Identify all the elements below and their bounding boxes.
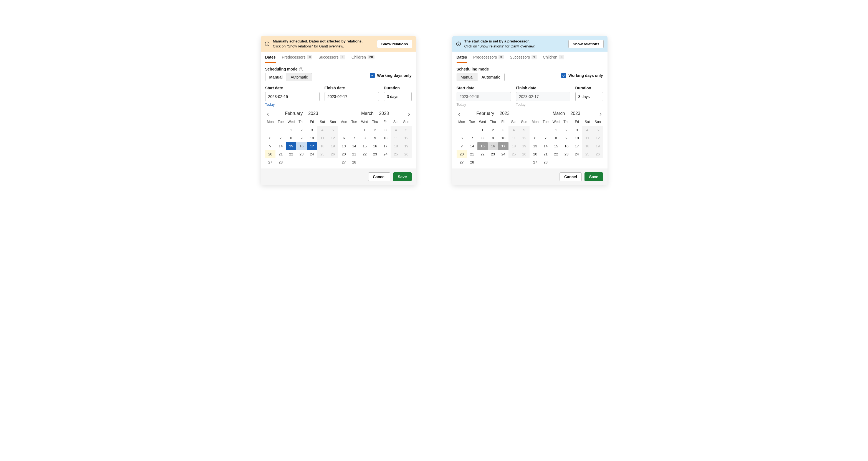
calendar-cell[interactable]: 20 xyxy=(339,150,349,158)
calendar-cell[interactable]: 12 xyxy=(401,134,412,142)
calendar-cell[interactable]: 22 xyxy=(360,150,370,158)
calendar-cell[interactable]: 15 xyxy=(477,142,488,150)
calendar-cell[interactable]: 26 xyxy=(592,150,603,158)
calendar-cell[interactable]: 2 xyxy=(296,126,307,134)
calendar-cell[interactable]: 12 xyxy=(519,134,530,142)
calendar-cell[interactable]: 15 xyxy=(551,142,561,150)
calendar-cell[interactable]: 19 xyxy=(592,142,603,150)
calendar-cell[interactable]: 16 xyxy=(561,142,572,150)
calendar-cell[interactable]: 8 xyxy=(477,134,488,142)
calendar-cell[interactable]: 26 xyxy=(401,150,412,158)
calendar-cell[interactable]: 8 xyxy=(360,134,370,142)
calendar-cell[interactable]: 21 xyxy=(540,150,551,158)
start-date-input[interactable] xyxy=(265,92,319,101)
calendar-cell[interactable]: 14 xyxy=(540,142,551,150)
calendar-cell[interactable]: 4 xyxy=(582,126,592,134)
calendar-cell[interactable]: 25 xyxy=(582,150,592,158)
calendar-cell[interactable]: 11 xyxy=(391,134,401,142)
mode-automatic-button[interactable]: Automatic xyxy=(477,73,504,81)
calendar-cell[interactable]: 23 xyxy=(370,150,380,158)
calendar-cell[interactable]: 25 xyxy=(317,150,328,158)
show-relations-button[interactable]: Show relations xyxy=(568,40,603,48)
calendar-cell[interactable]: 5 xyxy=(328,126,338,134)
calendar-cell[interactable]: 19 xyxy=(328,142,338,150)
today-link[interactable]: Today xyxy=(265,103,275,107)
calendar-cell[interactable]: 1 xyxy=(360,126,370,134)
calendar-cell[interactable]: 18 xyxy=(508,142,519,150)
calendar-cell[interactable]: 4 xyxy=(317,126,328,134)
calendar-cell[interactable]: 20 xyxy=(457,150,467,158)
calendar-cell[interactable]: 6 xyxy=(530,134,541,142)
calendar-cell[interactable]: 24 xyxy=(307,150,317,158)
calendar-cell[interactable]: 28 xyxy=(467,158,477,166)
calendar-cell[interactable]: 16 xyxy=(370,142,380,150)
calendar-cell[interactable]: 5 xyxy=(592,126,603,134)
calendar-cell[interactable]: 14 xyxy=(349,142,360,150)
prev-month-button[interactable] xyxy=(265,111,271,118)
calendar-cell[interactable]: 18 xyxy=(391,142,401,150)
mode-manual-button[interactable]: Manual xyxy=(266,73,286,81)
calendar-cell[interactable]: 24 xyxy=(572,150,582,158)
calendar-cell[interactable]: 11 xyxy=(317,134,328,142)
calendar-cell[interactable]: 12 xyxy=(592,134,603,142)
calendar-cell[interactable]: 8 xyxy=(551,134,561,142)
calendar-cell[interactable]: 25 xyxy=(391,150,401,158)
calendar-cell[interactable]: 2 xyxy=(370,126,380,134)
calendar-cell[interactable]: 16 xyxy=(296,142,307,150)
mode-automatic-button[interactable]: Automatic xyxy=(286,73,312,81)
cancel-button[interactable]: Cancel xyxy=(368,172,390,181)
calendar-cell[interactable]: 9 xyxy=(296,134,307,142)
help-icon[interactable]: ? xyxy=(299,67,303,71)
calendar-cell[interactable]: 14 xyxy=(276,142,286,150)
calendar-cell[interactable]: 4 xyxy=(391,126,401,134)
calendar-cell[interactable]: 28 xyxy=(540,158,551,166)
calendar-cell[interactable]: 22 xyxy=(551,150,561,158)
tab-predecessors[interactable]: Predecessors3 xyxy=(473,52,504,63)
calendar-cell[interactable]: 20 xyxy=(265,150,276,158)
calendar-cell[interactable]: 22 xyxy=(286,150,297,158)
calendar-cell[interactable]: 7 xyxy=(540,134,551,142)
calendar-cell[interactable]: 2 xyxy=(488,126,498,134)
working-days-toggle[interactable]: Working days only xyxy=(370,73,411,78)
tab-children[interactable]: Children0 xyxy=(543,52,564,63)
calendar-cell[interactable]: 18 xyxy=(317,142,328,150)
calendar-cell[interactable]: 22 xyxy=(477,150,488,158)
calendar-cell[interactable]: 14 xyxy=(467,142,477,150)
duration-input[interactable] xyxy=(384,92,412,101)
calendar-cell[interactable]: 1 xyxy=(477,126,488,134)
calendar-cell[interactable]: 17 xyxy=(380,142,391,150)
save-button[interactable]: Save xyxy=(585,172,603,181)
calendar-cell[interactable]: 8 xyxy=(286,134,297,142)
calendar-cell[interactable]: 12 xyxy=(328,134,338,142)
calendar-cell[interactable]: 23 xyxy=(488,150,498,158)
calendar-cell[interactable]: 6 xyxy=(265,134,276,142)
tab-successors[interactable]: Successors1 xyxy=(318,52,345,63)
calendar-cell[interactable]: 5 xyxy=(401,126,412,134)
calendar-cell[interactable]: 11 xyxy=(582,134,592,142)
calendar-cell[interactable]: 9 xyxy=(488,134,498,142)
calendar-cell[interactable]: 13 xyxy=(530,142,541,150)
calendar-cell[interactable]: 23 xyxy=(561,150,572,158)
calendar-cell[interactable]: 16 xyxy=(488,142,498,150)
calendar-cell[interactable]: 25 xyxy=(508,150,519,158)
next-month-button[interactable] xyxy=(597,111,603,118)
calendar-cell[interactable]: 3 xyxy=(307,126,317,134)
calendar-cell[interactable]: 18 xyxy=(582,142,592,150)
save-button[interactable]: Save xyxy=(393,172,412,181)
calendar-cell[interactable]: 11 xyxy=(508,134,519,142)
calendar-cell[interactable]: 7 xyxy=(467,134,477,142)
calendar-cell[interactable]: 1 xyxy=(551,126,561,134)
calendar-cell[interactable]: 21 xyxy=(276,150,286,158)
calendar-cell[interactable]: 15 xyxy=(286,142,297,150)
calendar-cell[interactable]: 7 xyxy=(276,134,286,142)
prev-month-button[interactable] xyxy=(456,111,463,118)
calendar-cell[interactable]: 27 xyxy=(339,158,349,166)
calendar-cell[interactable]: 3 xyxy=(572,126,582,134)
calendar-cell[interactable]: 17 xyxy=(307,142,317,150)
calendar-cell[interactable]: 26 xyxy=(519,150,530,158)
working-days-toggle[interactable]: Working days only xyxy=(561,73,603,78)
calendar-cell[interactable]: 20 xyxy=(530,150,541,158)
calendar-cell[interactable]: 5 xyxy=(519,126,530,134)
calendar-cell[interactable]: 9 xyxy=(561,134,572,142)
calendar-cell[interactable]: 17 xyxy=(572,142,582,150)
